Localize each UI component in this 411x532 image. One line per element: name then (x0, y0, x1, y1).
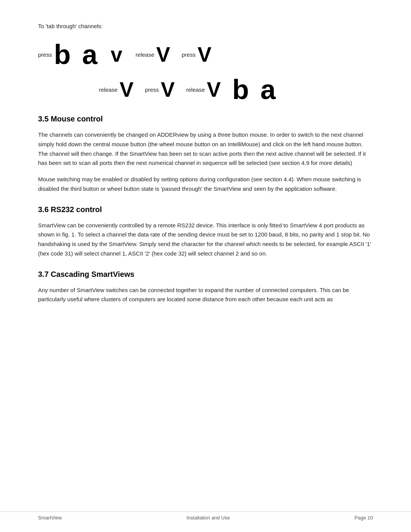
label-release-v2: release (99, 86, 118, 93)
page-footer: SmartView Installation and Use Page 10 (0, 511, 411, 521)
footer-center: Installation and Use (186, 515, 230, 521)
mouse-control-para1: The channels can conveniently be changed… (38, 130, 373, 168)
section-heading-mouse-control: 3.5 Mouse control (38, 115, 373, 123)
section-heading-cascading: 3.7 Cascading SmartViews (38, 270, 373, 279)
seq-item-press-b: press b (38, 41, 71, 68)
label-press-v: press (182, 51, 196, 58)
key-v3: V (198, 44, 212, 65)
seq-item-v1: v (111, 44, 123, 65)
cascading-para1: Any number of SmartView switches can be … (38, 286, 373, 305)
label-release-v: release (135, 51, 154, 58)
seq-item-press-v: press V (182, 44, 211, 65)
footer-left: SmartView (38, 515, 62, 521)
key-v2: V (156, 44, 170, 65)
intro-text: To 'tab through' channels: (38, 23, 373, 29)
seq-item-press-v2: press V (145, 79, 175, 100)
mouse-control-para2: Mouse switching may be enabled or disabl… (38, 175, 373, 194)
seq-item-release-v3: release V (186, 79, 221, 100)
key-v6: V (207, 79, 221, 100)
rs232-para1: SmartView can be conveniently controlled… (38, 221, 373, 259)
label-release-v3: release (186, 86, 205, 93)
section-heading-rs232: 3.6 RS232 control (38, 205, 373, 214)
keyboard-sequence-row1: press b a v release V press V (38, 41, 373, 68)
key-v1: v (111, 44, 123, 65)
seq-item-a: a (82, 41, 97, 68)
key-b: b (54, 41, 71, 68)
key-a2: a (260, 76, 276, 103)
label-press-v2: press (145, 86, 159, 93)
seq-item-release-v: release V (135, 44, 170, 65)
keyboard-sequence-row2: release V press V release V b a (38, 76, 373, 103)
key-v4: V (119, 79, 134, 100)
key-a: a (82, 41, 97, 68)
seq-item-release-v2: release V (99, 79, 134, 100)
seq-item-b2: b (232, 76, 249, 103)
key-v5: V (161, 79, 175, 100)
footer-right: Page 10 (355, 515, 373, 521)
key-b2: b (232, 76, 249, 103)
seq-item-a2: a (260, 76, 276, 103)
label-press-b: press (38, 51, 52, 58)
